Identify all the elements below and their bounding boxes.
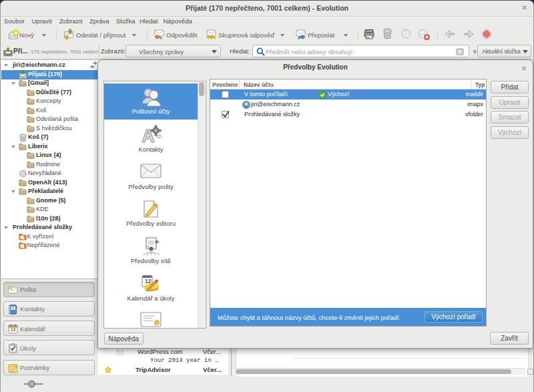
svg-text:13: 13 bbox=[11, 327, 16, 332]
svg-text:12: 12 bbox=[145, 278, 152, 284]
